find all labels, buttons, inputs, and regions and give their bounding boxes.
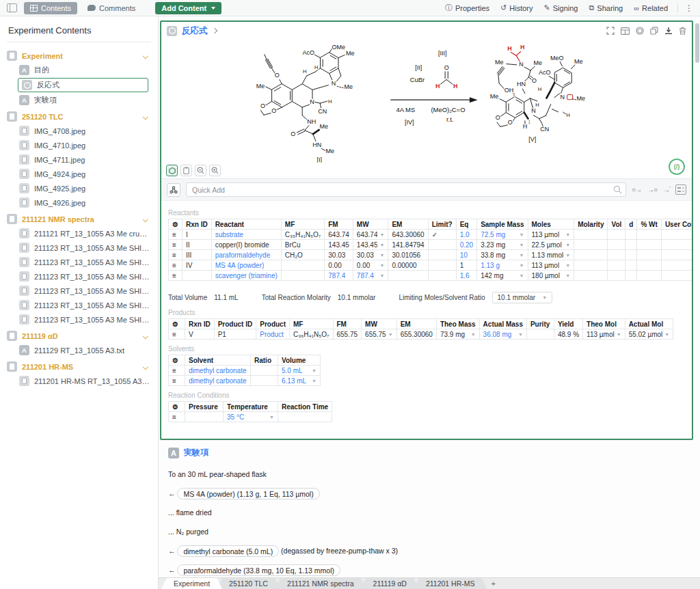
sidebar-item[interactable]: 211123 RT_13_1055 A3 Me SHIGEMI_carbon-1… [0,255,158,269]
limiting-ratio-select[interactable]: 10.1 mmolar▼ [492,292,553,303]
expand-icon[interactable] [606,27,615,35]
table-cell[interactable]: scavenger (triamine) [211,271,281,281]
table-cell[interactable]: 787.4▼ [353,271,388,281]
collapse-panel-icon[interactable] [7,3,17,12]
sidebar-item[interactable]: IMG_4710.jpeg [0,138,158,152]
reaction-scheme-panel[interactable]: 反応式 [160,20,693,440]
table-cell[interactable] [625,271,637,281]
clipboard-button[interactable] [180,165,192,176]
table-view-icon[interactable] [621,27,630,35]
table-cell[interactable]: CH₂O [281,250,324,260]
sidebar-section[interactable]: 251120 TLC [0,107,158,124]
table-cell[interactable]: dimethyl carbonate [185,376,251,386]
table-cell[interactable] [428,271,456,281]
sidebar-item[interactable]: IMG_4711.jpeg [0,152,158,167]
drag-handle-icon[interactable]: ≡ [169,240,183,250]
table-cell[interactable] [637,240,661,250]
signing-button[interactable]: ✎Signing [544,3,578,12]
table-cell[interactable]: 643.74▼ [353,230,388,240]
table-cell[interactable]: P1 [214,329,256,340]
table-cell[interactable]: 5.0 mL▼ [278,366,321,376]
table-cell[interactable]: substrate [211,230,281,240]
table-cell[interactable] [574,271,608,281]
entity-chip[interactable]: paraformaldehyde (33.8 mg, 10 Eq, 1.13 m… [177,564,340,576]
table-cell[interactable]: copper(I) bromide [211,240,281,250]
gear-icon[interactable]: ⚙ [169,319,185,329]
table-cell[interactable]: paraformaldehyde [211,250,281,260]
table-cell[interactable]: 48.9 % [554,329,582,340]
table-cell[interactable]: III [182,250,211,260]
table-cell[interactable] [608,271,625,281]
table-cell[interactable] [388,271,428,281]
table-cell[interactable]: V [185,329,215,340]
drag-handle-icon[interactable]: ≡ [169,260,183,271]
chevron-right-icon[interactable] [211,28,217,33]
tab-211201-hr-ms[interactable]: 211201 HR-MS [414,578,487,589]
notes-header[interactable]: A 実験項 [168,447,693,458]
table-cell[interactable]: 36.08 mg▼ [479,329,526,340]
sidebar-section[interactable]: Experiment [0,46,158,63]
table-cell[interactable]: 113 µmol▼ [583,329,625,340]
add-product-icon[interactable]: →○ [647,186,657,193]
add-content-button[interactable]: Add Content [155,2,221,14]
table-cell[interactable]: 10 [456,250,476,260]
tab-experiment[interactable]: Experiment [161,578,222,589]
tab-211121-nmr-spectra[interactable]: 211121 NMR spectra [275,578,366,589]
table-cell[interactable]: 655.30060 [396,329,436,340]
table-cell[interactable] [608,260,625,271]
table-cell[interactable]: 113 µmol▼ [528,260,574,271]
table-cell[interactable]: 3.23 mg▼ [477,240,528,250]
table-cell[interactable] [185,412,224,422]
table-cell[interactable]: 55.02 µmol▼ [625,329,673,340]
table-cell[interactable]: 143.45 [325,240,353,250]
table-cell[interactable] [574,250,608,260]
overflow-menu-icon[interactable]: ⋮ [685,3,693,13]
drag-handle-icon[interactable]: ≡ [169,329,185,340]
table-cell[interactable]: 30.01056 [388,250,428,260]
delete-icon[interactable] [679,27,686,35]
sidebar-section[interactable]: 211119 αD [0,327,158,343]
sharing-button[interactable]: ⧉Sharing [589,3,623,12]
sidebar-item[interactable]: 211123 RT_13_1055 A3 Me SHIGEMI_proton-1… [0,241,158,255]
table-cell[interactable] [608,240,625,250]
sidebar-item[interactable]: 反応式 [18,78,148,92]
table-cell[interactable]: I [182,230,211,240]
sidebar-item[interactable]: 211123 RT_13_1055 A3 Me SHIGEMI_roesy-1-… [0,312,158,327]
gear-icon[interactable]: ⚙ [169,355,185,366]
sidebar-item[interactable]: 211123 RT_13_1055 A3 Me SHIGEMI_hsqc-1-2… [0,298,158,312]
table-cell[interactable] [637,250,661,260]
table-cell[interactable] [574,230,608,240]
table-cell[interactable] [428,240,456,250]
quick-add-input[interactable] [186,182,626,197]
table-cell[interactable]: 113 µmol▼ [528,230,574,240]
sidebar-item[interactable]: 211123 RT_13_1055 A3 Me SHIGEMI_hmbc-1-2… [0,284,158,298]
table-cell[interactable]: 141.84794 [388,240,428,250]
sidebar-item[interactable]: IMG_4708.jpeg [0,124,158,138]
drag-handle-icon[interactable]: ≡ [169,366,185,376]
table-cell[interactable]: dimethyl carbonate [185,366,251,376]
table-cell[interactable]: 143.45▼ [353,240,388,250]
table-cell[interactable] [661,271,693,281]
table-cell[interactable]: 30.03▼ [353,250,388,260]
molecule-icon[interactable] [167,183,180,197]
add-reactant-icon[interactable]: ○→ [632,186,641,193]
search-icon[interactable] [613,184,622,197]
table-cell[interactable]: 33.8 mg▼ [477,250,528,260]
table-cell[interactable] [637,260,661,271]
table-cell[interactable]: 35 °C▼ [224,412,278,422]
table-cell[interactable]: 142 mg▼ [477,271,528,281]
table-cell[interactable] [428,260,456,271]
table-cell[interactable] [608,250,625,260]
table-cell[interactable]: 643.30060 [388,230,428,240]
table-cell[interactable]: 643.74 [325,230,353,240]
gear-icon[interactable]: ⚙ [169,402,185,412]
table-cell[interactable] [281,271,324,281]
table-cell[interactable]: 180 µmol▼ [528,271,574,281]
sidebar-section[interactable]: 211121 NMR spectra [0,210,158,226]
table-cell[interactable]: 1.13 mmol▼ [528,250,574,260]
table-cell[interactable]: BrCu [281,240,324,250]
sidebar-item[interactable]: A目的 [0,63,158,77]
entity-chip[interactable]: dimethyl carbonate (5.0 mL) [177,545,279,557]
table-cell[interactable]: 0.00000 [388,260,428,271]
reaction-scheme-canvas[interactable]: MeOOOOMeAcOMeHHNMeNHCNNHOMeHNMe[I] [III]… [161,40,692,163]
